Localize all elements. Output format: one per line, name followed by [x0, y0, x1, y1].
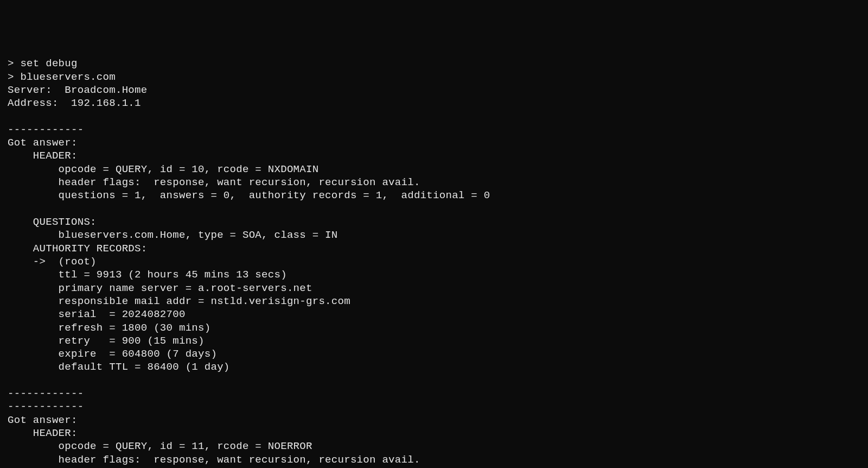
- terminal-output[interactable]: > set debug > blueservers.com Server: Br…: [8, 57, 860, 468]
